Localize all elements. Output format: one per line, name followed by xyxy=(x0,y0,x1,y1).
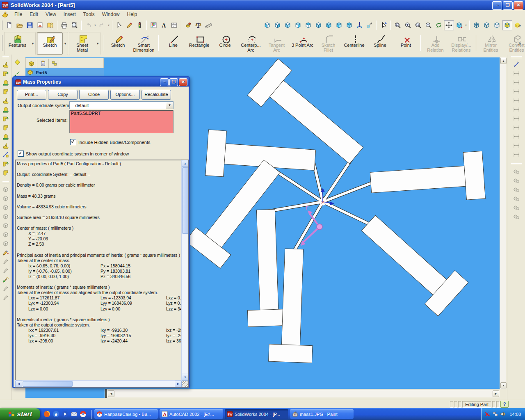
scroll-right-icon[interactable]: ▶ xyxy=(493,390,499,397)
sm3-tool-icon[interactable] xyxy=(1,105,10,114)
select-blue-icon[interactable] xyxy=(379,20,389,30)
print-button[interactable]: Print... xyxy=(17,90,46,100)
selected-item[interactable]: Part5.SLDPRT xyxy=(71,111,172,116)
hatch-icon[interactable] xyxy=(169,20,179,30)
disp-shaded-icon[interactable] xyxy=(512,20,523,30)
gpencil-tool-icon[interactable] xyxy=(1,257,10,266)
show-output-checkbox[interactable] xyxy=(18,151,24,157)
configuration-tab[interactable] xyxy=(49,59,60,68)
tool-line[interactable]: Line xyxy=(160,32,186,55)
tool-rectangle[interactable]: Rectangle xyxy=(186,32,212,55)
dropdown-arrow-icon[interactable]: ▾ xyxy=(94,23,96,27)
report-vertical-scrollbar[interactable]: ▲▼ xyxy=(181,160,188,381)
view3d-icon[interactable] xyxy=(454,20,464,30)
copy-button[interactable]: Copy xyxy=(48,90,78,100)
disp-hlr-icon[interactable] xyxy=(492,20,502,30)
cube-iso-icon[interactable] xyxy=(324,20,334,30)
part-tab[interactable] xyxy=(26,59,37,68)
pencil-icon[interactable] xyxy=(124,20,135,30)
toolbar-overflow-icon[interactable]: » xyxy=(518,41,521,46)
dropdown-arrow-icon[interactable]: ▾ xyxy=(465,23,467,27)
dialog-close-button[interactable]: ✕ xyxy=(179,78,187,86)
zoom-fit-icon[interactable] xyxy=(393,20,403,30)
gasm-tool-icon[interactable] xyxy=(512,194,521,203)
help-button[interactable]: ? xyxy=(500,401,509,408)
cursor-icon[interactable] xyxy=(114,20,124,30)
measure-icon[interactable] xyxy=(193,20,203,30)
tool-sheet-metal[interactable]: Sheet Metal xyxy=(69,32,95,55)
wandc-tool-icon[interactable] xyxy=(1,275,10,284)
gcube-tool-icon[interactable] xyxy=(1,185,10,194)
tool-spline[interactable]: Spline xyxy=(367,32,393,55)
gasm-tool-icon[interactable] xyxy=(512,176,521,185)
scroll-left-icon[interactable]: ◀ xyxy=(15,381,22,388)
toolbar-gripper[interactable] xyxy=(511,163,522,165)
sm1-tool-icon[interactable] xyxy=(1,60,10,69)
print-icon[interactable] xyxy=(59,20,69,30)
gcube-tool-icon[interactable] xyxy=(1,203,10,212)
normal-to-icon[interactable] xyxy=(354,20,365,30)
cube-left-icon[interactable] xyxy=(283,20,293,30)
rotate-view-icon[interactable] xyxy=(434,20,444,30)
book-icon[interactable] xyxy=(45,20,55,30)
drawing-icon[interactable] xyxy=(35,20,45,30)
output-coord-combobox[interactable]: -- default -- ▼ xyxy=(69,101,173,109)
menu-edit[interactable]: Edit xyxy=(26,11,42,18)
sm3-tool-icon[interactable] xyxy=(1,132,10,141)
fontA-icon[interactable]: A xyxy=(159,20,169,30)
property-tab[interactable] xyxy=(37,59,49,68)
disp-shadow-icon[interactable] xyxy=(523,20,525,30)
cube-top-icon[interactable] xyxy=(303,20,313,30)
network-icon[interactable] xyxy=(492,411,498,417)
gpencil-tool-icon[interactable] xyxy=(1,293,10,302)
scroll-thumb[interactable] xyxy=(182,167,188,234)
dropdown-arrow-icon[interactable]: ▾ xyxy=(30,41,35,46)
scroll-up-icon[interactable]: ▲ xyxy=(500,58,507,64)
menu-window[interactable]: Window xyxy=(98,11,123,18)
gasm-tool-icon[interactable] xyxy=(512,212,521,221)
taskbar-button[interactable]: НаправиСам.bg • Ви... xyxy=(94,409,158,419)
cube-right-icon[interactable] xyxy=(293,20,303,30)
toolbar-gripper[interactable] xyxy=(2,35,2,51)
sm1-tool-icon[interactable] xyxy=(1,141,10,150)
scroll-right-icon[interactable]: ▶ xyxy=(175,381,182,388)
sm1-tool-icon[interactable] xyxy=(1,96,10,105)
iexplorer-icon[interactable]: e xyxy=(52,411,59,418)
gdim-tool-icon[interactable] xyxy=(512,141,521,150)
gpencil-tool-icon[interactable] xyxy=(1,266,10,275)
toolbar-gripper[interactable] xyxy=(2,21,2,30)
media-player-icon[interactable] xyxy=(62,411,68,418)
dropdown-arrow-icon[interactable]: ▾ xyxy=(108,23,110,27)
sm2-tool-icon[interactable] xyxy=(1,114,10,123)
toolbar-overflow-icon[interactable]: » xyxy=(518,23,521,28)
menu-file[interactable]: File xyxy=(11,11,26,18)
disp-shaded-edges-icon[interactable] xyxy=(502,20,512,30)
gasm-tool-icon[interactable] xyxy=(512,185,521,194)
sm4-tool-icon[interactable] xyxy=(1,87,10,96)
gcube-tool-icon[interactable] xyxy=(1,230,10,239)
smdim-tool-icon[interactable] xyxy=(1,150,10,159)
pane-splitter[interactable] xyxy=(105,389,107,398)
selected-items-list[interactable]: Part5.SLDPRT xyxy=(69,110,173,133)
browser-ball-icon[interactable] xyxy=(80,411,87,418)
scroll-down-icon[interactable]: ▼ xyxy=(182,374,189,381)
zoom-area-icon[interactable] xyxy=(413,20,423,30)
toolbar-gripper[interactable] xyxy=(2,56,9,58)
dropdown-arrow-icon[interactable]: ▾ xyxy=(95,41,100,46)
preview-icon[interactable] xyxy=(69,20,80,30)
dimc-tool-icon[interactable] xyxy=(512,60,521,69)
options-button[interactable]: Options... xyxy=(110,90,140,100)
firefox-icon[interactable] xyxy=(43,411,50,418)
sm2-tool-icon[interactable] xyxy=(1,69,10,78)
pencilc-tool-icon[interactable] xyxy=(1,248,10,257)
tool-centerline[interactable]: Centerline xyxy=(341,32,367,55)
dialog-maximize-button[interactable]: ❐ xyxy=(169,78,178,86)
minimize-button[interactable]: – xyxy=(492,1,502,10)
restore-button[interactable]: ❐ xyxy=(503,1,513,10)
tool-smart-dimension[interactable]: Smart Dimension xyxy=(131,32,157,55)
menu-insert[interactable]: Insert xyxy=(60,11,80,18)
gpencil-tool-icon[interactable] xyxy=(1,284,10,293)
dialog-title-bar[interactable]: SW Mass Properties – ❐ ✕ xyxy=(14,78,189,87)
featuremanager-part-row[interactable]: Part5 xyxy=(25,68,104,77)
gdim-tool-icon[interactable] xyxy=(512,96,521,105)
